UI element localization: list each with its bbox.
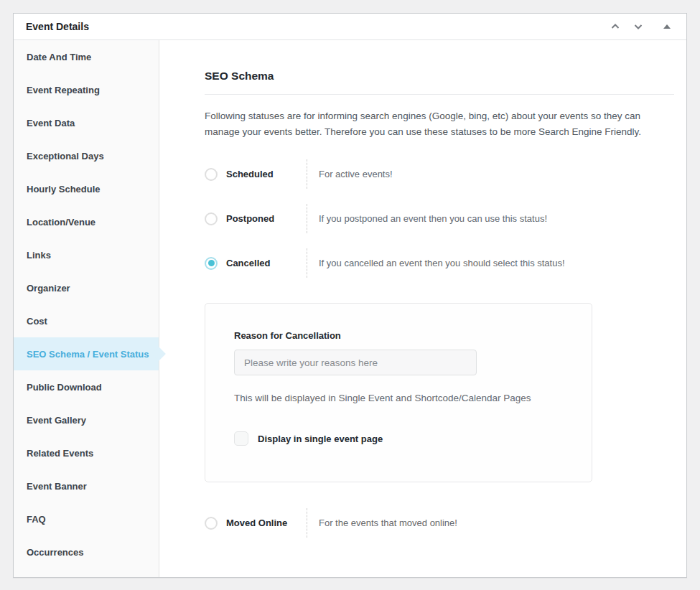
option-label: Moved Online bbox=[226, 518, 287, 528]
cancelled-radio[interactable] bbox=[205, 257, 218, 270]
option-label: Cancelled bbox=[226, 258, 270, 268]
scheduled-radio[interactable] bbox=[205, 168, 218, 181]
sidebar-item-related-events[interactable]: Related Events bbox=[14, 436, 159, 469]
section-heading: SEO Schema bbox=[205, 70, 674, 95]
seo-schema-panel: SEO Schema Following statuses are for in… bbox=[159, 40, 686, 577]
sidebar-item-seo-schema-event-status[interactable]: SEO Schema / Event Status bbox=[14, 337, 159, 370]
option-left: Moved Online bbox=[205, 508, 307, 538]
metabox-title: Event Details bbox=[26, 21, 606, 32]
reason-label: Reason for Cancellation bbox=[234, 330, 563, 341]
sidebar-item-hourly-schedule[interactable]: Hourly Schedule bbox=[14, 172, 159, 205]
option-description: For active events! bbox=[307, 159, 393, 189]
metabox-body: Date And Time Event Repeating Event Data… bbox=[14, 40, 686, 577]
sidebar-item-date-and-time[interactable]: Date And Time bbox=[14, 40, 159, 73]
status-option-moved-online: Moved Online For the events that moved o… bbox=[205, 508, 674, 538]
sidebar-item-event-banner[interactable]: Event Banner bbox=[14, 469, 159, 502]
sidebar-item-occurrences[interactable]: Occurrences bbox=[14, 535, 159, 568]
triangle-up-icon bbox=[663, 23, 671, 30]
chevron-down-icon bbox=[633, 21, 644, 32]
moved-online-radio[interactable] bbox=[205, 517, 218, 530]
metabox-controls bbox=[606, 17, 676, 36]
metabox-header: Event Details bbox=[14, 14, 686, 40]
sidebar-item-public-download[interactable]: Public Download bbox=[14, 370, 159, 403]
option-description: If you postponed an event then you can u… bbox=[307, 204, 547, 233]
chevron-up-icon bbox=[610, 21, 621, 32]
option-left: Scheduled bbox=[205, 159, 307, 189]
checkbox-label: Display in single event page bbox=[258, 434, 383, 444]
sidebar-item-location-venue[interactable]: Location/Venue bbox=[14, 205, 159, 238]
sidebar-item-event-repeating[interactable]: Event Repeating bbox=[14, 73, 159, 106]
cancellation-reason-input[interactable] bbox=[234, 350, 477, 375]
event-details-sidebar: Date And Time Event Repeating Event Data… bbox=[14, 40, 159, 577]
event-details-metabox: Event Details Date And Time Event Re bbox=[13, 13, 687, 578]
sidebar-item-exceptional-days[interactable]: Exceptional Days bbox=[14, 139, 159, 172]
option-left: Cancelled bbox=[205, 248, 307, 278]
status-option-postponed: Postponed If you postponed an event then… bbox=[205, 204, 674, 233]
move-up-button[interactable] bbox=[606, 17, 625, 36]
display-single-event-checkbox[interactable] bbox=[234, 431, 248, 446]
toggle-panel-button[interactable] bbox=[658, 17, 676, 36]
option-label: Scheduled bbox=[226, 169, 274, 179]
move-down-button[interactable] bbox=[629, 17, 648, 36]
option-description: For the events that moved online! bbox=[307, 508, 457, 538]
section-description: Following statuses are for informing sea… bbox=[205, 108, 643, 140]
status-option-scheduled: Scheduled For active events! bbox=[205, 159, 674, 189]
postponed-radio[interactable] bbox=[205, 212, 218, 225]
sidebar-item-cost[interactable]: Cost bbox=[14, 304, 159, 337]
status-option-cancelled: Cancelled If you cancelled an event then… bbox=[205, 248, 674, 278]
option-description: If you cancelled an event then you shoul… bbox=[307, 248, 565, 278]
option-left: Postponed bbox=[205, 204, 307, 233]
sidebar-item-links[interactable]: Links bbox=[14, 238, 159, 271]
option-label: Postponed bbox=[226, 213, 274, 224]
cancellation-reason-panel: Reason for Cancellation This will be dis… bbox=[205, 303, 592, 482]
sidebar-item-organizer[interactable]: Organizer bbox=[14, 271, 159, 304]
sidebar-item-event-gallery[interactable]: Event Gallery bbox=[14, 403, 159, 436]
display-single-event-row: Display in single event page bbox=[234, 431, 563, 446]
sidebar-item-faq[interactable]: FAQ bbox=[14, 502, 159, 535]
sidebar-item-event-data[interactable]: Event Data bbox=[14, 106, 159, 139]
reason-helper-text: This will be displayed in Single Event a… bbox=[234, 393, 563, 403]
